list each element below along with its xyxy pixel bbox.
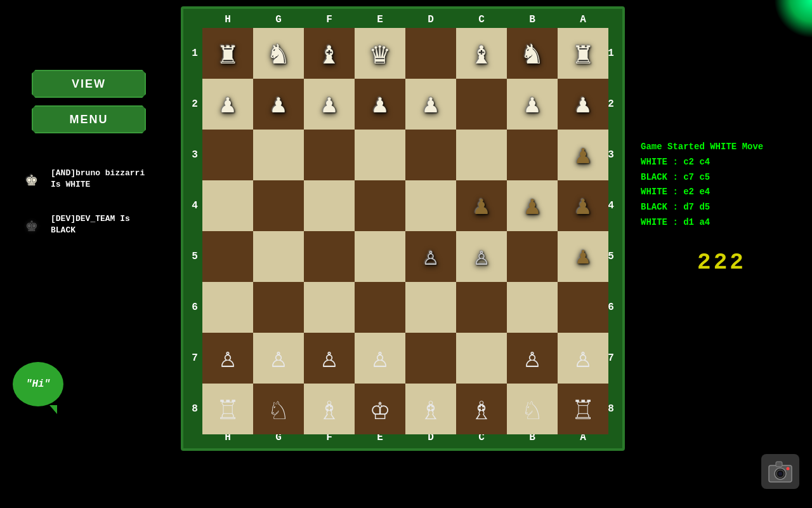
col-label-h-top: H xyxy=(202,14,253,25)
move-1: WHITE : c2 c4 xyxy=(641,155,802,170)
cell-e1[interactable]: ♛ xyxy=(355,28,405,79)
svg-rect-4 xyxy=(776,462,782,467)
cell-a8[interactable]: ♖ xyxy=(558,384,608,434)
row-label-8-left: 8 xyxy=(188,384,201,434)
cell-c1[interactable]: ♝ xyxy=(456,28,507,79)
svg-point-5 xyxy=(787,467,790,470)
chess-board-container: H G F E D C B A H G F E D C B A 1 2 3 4 … xyxy=(181,6,625,451)
cell-d3[interactable] xyxy=(405,130,456,180)
cell-g3[interactable] xyxy=(253,130,304,180)
cell-b2[interactable]: ♟ xyxy=(507,79,558,130)
cell-e7[interactable]: ♙ xyxy=(355,333,405,384)
cell-c8[interactable]: ♗ xyxy=(456,384,507,434)
white-piece-icon: ♚ xyxy=(19,166,44,192)
cell-f2[interactable]: ♟ xyxy=(304,79,355,130)
cell-h5[interactable] xyxy=(202,231,253,282)
cell-c7[interactable] xyxy=(456,333,507,384)
cell-c3[interactable] xyxy=(456,130,507,180)
cell-a2[interactable]: ♟ xyxy=(558,79,608,130)
cell-g4[interactable] xyxy=(253,180,304,231)
cell-a4[interactable]: ♟ xyxy=(558,180,608,231)
cell-b6[interactable] xyxy=(507,282,558,333)
player-white-info: ♚ [AND]bruno bizzarri Is WHITE xyxy=(19,166,159,192)
cell-b8[interactable]: ♘ xyxy=(507,384,558,434)
cell-b5[interactable] xyxy=(507,231,558,282)
cell-d7[interactable] xyxy=(405,333,456,384)
cell-d1[interactable] xyxy=(405,28,456,79)
move-4: BLACK : d7 d5 xyxy=(641,200,802,215)
cell-d8[interactable]: ♗ xyxy=(405,384,456,434)
cell-f7[interactable]: ♙ xyxy=(304,333,355,384)
cell-g7[interactable]: ♙ xyxy=(253,333,304,384)
cell-f5[interactable] xyxy=(304,231,355,282)
row-label-5-left: 5 xyxy=(188,231,201,282)
player-black-role: BLACK xyxy=(51,225,130,236)
cell-f3[interactable] xyxy=(304,130,355,180)
chat-text: "Hi" xyxy=(26,378,50,390)
col-label-d-top: D xyxy=(405,14,456,25)
cell-h4[interactable] xyxy=(202,180,253,231)
right-panel: Game Started WHITE Move WHITE : c2 c4 BL… xyxy=(631,0,812,508)
cell-f6[interactable] xyxy=(304,282,355,333)
cell-g1[interactable]: ♞ xyxy=(253,28,304,79)
view-button[interactable]: VIEW xyxy=(32,70,146,98)
game-log: Game Started WHITE Move WHITE : c2 c4 BL… xyxy=(641,140,802,231)
cell-c2[interactable] xyxy=(456,79,507,130)
cell-e8[interactable]: ♔ xyxy=(355,384,405,434)
black-piece-icon: ♚ xyxy=(19,212,44,237)
cell-h7[interactable]: ♙ xyxy=(202,333,253,384)
cell-h2[interactable]: ♟ xyxy=(202,79,253,130)
player-white-name: [AND]bruno bizzarri xyxy=(51,168,145,179)
cell-e3[interactable] xyxy=(355,130,405,180)
chess-board[interactable]: ♜ ♞ ♝ ♛ ♝ ♞ ♜ ♟ ♟ ♟ ♟ ♟ ♟ ♟ ♟ xyxy=(202,28,608,434)
cell-b3[interactable] xyxy=(507,130,558,180)
cell-g6[interactable] xyxy=(253,282,304,333)
cell-a3[interactable]: ♟ xyxy=(558,130,608,180)
chat-bubble[interactable]: "Hi" xyxy=(13,362,63,406)
cell-e6[interactable] xyxy=(355,282,405,333)
col-label-g-top: G xyxy=(253,14,304,25)
cell-h8[interactable]: ♖ xyxy=(202,384,253,434)
cell-e5[interactable] xyxy=(355,231,405,282)
row-label-4-left: 4 xyxy=(188,180,201,231)
cell-f4[interactable] xyxy=(304,180,355,231)
cell-c5[interactable]: ♙ xyxy=(456,231,507,282)
col-labels-top: H G F E D C B A xyxy=(202,14,608,25)
cell-f1[interactable]: ♝ xyxy=(304,28,355,79)
cell-d5[interactable]: ♙ xyxy=(405,231,456,282)
row-label-6-left: 6 xyxy=(188,282,201,333)
cell-c6[interactable] xyxy=(456,282,507,333)
move-2: BLACK : c7 c5 xyxy=(641,170,802,185)
cell-a5[interactable]: ♟ xyxy=(558,231,608,282)
cell-b1[interactable]: ♞ xyxy=(507,28,558,79)
row-label-2-left: 2 xyxy=(188,79,201,130)
cell-g5[interactable] xyxy=(253,231,304,282)
cell-e2[interactable]: ♟ xyxy=(355,79,405,130)
camera-svg xyxy=(768,460,793,483)
col-label-a-top: A xyxy=(558,14,608,25)
row-labels-left: 1 2 3 4 5 6 7 8 xyxy=(188,28,201,434)
cell-b7[interactable]: ♙ xyxy=(507,333,558,384)
left-sidebar: VIEW MENU ♚ [AND]bruno bizzarri Is WHITE… xyxy=(0,0,178,508)
cell-h1[interactable]: ♜ xyxy=(202,28,253,79)
camera-icon[interactable] xyxy=(761,454,799,489)
cell-g8[interactable]: ♘ xyxy=(253,384,304,434)
cell-a6[interactable] xyxy=(558,282,608,333)
player-black-name: [DEV]DEV_TEAM Is xyxy=(51,213,130,225)
move-3: WHITE : e2 e4 xyxy=(641,185,802,200)
cell-b4[interactable]: ♟ xyxy=(507,180,558,231)
cell-d4[interactable] xyxy=(405,180,456,231)
cell-h6[interactable] xyxy=(202,282,253,333)
menu-button[interactable]: MENU xyxy=(32,105,146,133)
cell-a1[interactable]: ♜ xyxy=(558,28,608,79)
cell-d2[interactable]: ♟ xyxy=(405,79,456,130)
player-black-info: ♚ [DEV]DEV_TEAM Is BLACK xyxy=(19,212,159,237)
col-label-f-top: F xyxy=(304,14,355,25)
cell-e4[interactable] xyxy=(355,180,405,231)
cell-f8[interactable]: ♗ xyxy=(304,384,355,434)
cell-d6[interactable] xyxy=(405,282,456,333)
cell-h3[interactable] xyxy=(202,130,253,180)
cell-c4[interactable]: ♟ xyxy=(456,180,507,231)
cell-g2[interactable]: ♟ xyxy=(253,79,304,130)
cell-a7[interactable]: ♙ xyxy=(558,333,608,384)
